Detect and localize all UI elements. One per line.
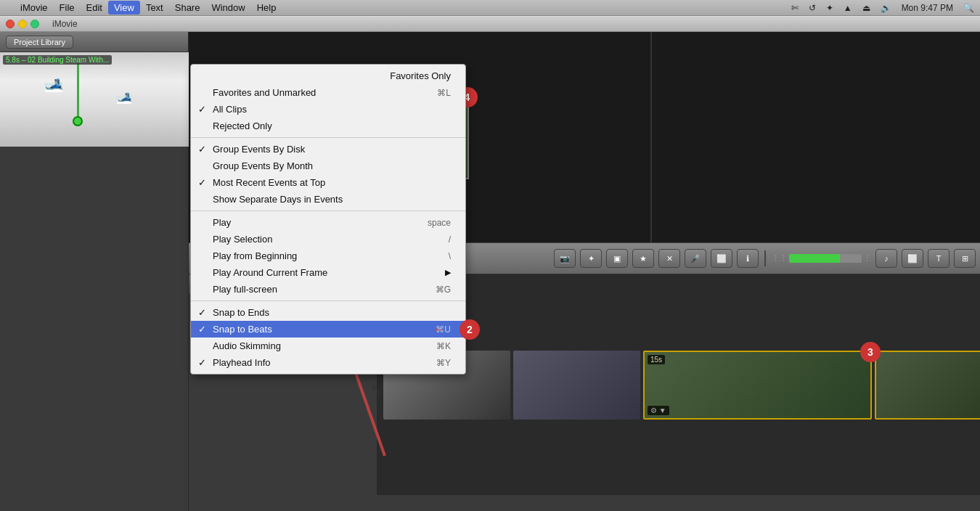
project-library-bar: Project Library: [0, 32, 188, 52]
title-btn[interactable]: T: [928, 249, 950, 268]
menu-item-play-fullscreen[interactable]: Play full-screen ⌘G: [191, 281, 465, 298]
wifi-icon: ▲: [844, 3, 852, 13]
menu-item-audio-skimming[interactable]: Audio Skimming ⌘K: [191, 338, 465, 354]
mic-btn[interactable]: 🎤: [685, 249, 706, 268]
menu-item-playhead-info[interactable]: ✓ Playhead Info ⌘Y: [191, 354, 465, 371]
menu-item-separate-days[interactable]: Show Separate Days in Events: [191, 191, 465, 208]
camera-icon-btn[interactable]: 📷: [554, 249, 576, 268]
audio-skimming-label: Audio Skimming: [213, 340, 281, 351]
volume-icon: 🔊: [881, 3, 891, 13]
menubar-right: ✄ ↺ ✦ ▲ ⏏ 🔊 Mon 9:47 PM 🔍: [791, 3, 974, 13]
close-button[interactable]: [6, 20, 15, 28]
minimize-button[interactable]: [18, 20, 27, 28]
menubar-window[interactable]: Window: [205, 1, 250, 15]
audio-bar: [789, 254, 862, 263]
menubar-share[interactable]: Share: [169, 1, 206, 15]
scissors-icon: ✄: [791, 3, 799, 13]
snap-beats-label: Snap to Beats: [213, 324, 272, 335]
play-selection-label: Play Selection: [213, 234, 272, 245]
audio-end-icon: ⋮: [863, 254, 871, 263]
view-dropdown-menu: Favorites Only Favorites and Unmarked ⌘L…: [190, 64, 466, 375]
play-beginning-shortcut: \: [420, 251, 451, 261]
menu-item-snap-ends[interactable]: ✓ Snap to Ends: [191, 304, 465, 321]
separate-days-label: Show Separate Days in Events: [213, 194, 343, 205]
preview-right: [652, 32, 980, 242]
magic-wand-btn[interactable]: ✦: [580, 249, 602, 268]
film-thumb-4[interactable]: [875, 351, 980, 420]
favorites-only-label: Favorites Only: [390, 70, 451, 81]
submenu-arrow-icon: ▶: [445, 268, 451, 277]
menu-item-snap-beats[interactable]: ✓ Snap to Beats ⌘U 2 ←: [191, 321, 465, 338]
music-btn[interactable]: ♪: [875, 249, 897, 268]
play-around-label: Play Around Current Frame: [213, 267, 327, 278]
toolbar-divider-2: [764, 250, 766, 266]
menu-item-play-beginning[interactable]: Play from Beginning \: [191, 248, 465, 264]
menu-item-favorites-only[interactable]: Favorites Only: [191, 68, 465, 84]
film-gear-badge[interactable]: ⚙ ▼: [648, 406, 669, 415]
menu-item-most-recent[interactable]: ✓ Most Recent Events at Top: [191, 174, 465, 191]
menubar-edit[interactable]: Edit: [81, 1, 108, 15]
menubar-file[interactable]: File: [54, 1, 81, 15]
menubar-help[interactable]: Help: [251, 1, 282, 15]
view-dropdown-menu-overlay: Favorites Only Favorites and Unmarked ⌘L…: [190, 64, 466, 375]
play-fullscreen-shortcut: ⌘G: [407, 285, 451, 295]
star-btn[interactable]: ★: [632, 249, 654, 268]
menu-item-rejected-only[interactable]: Rejected Only: [191, 118, 465, 134]
play-fullscreen-label: Play full-screen: [213, 284, 277, 295]
cursor-pointer: ↖: [370, 380, 383, 398]
step-2-badge: 2: [460, 319, 480, 340]
play-shortcut: space: [399, 218, 451, 228]
project-library-button[interactable]: Project Library: [6, 36, 73, 49]
transition-btn[interactable]: ⊞: [954, 249, 976, 268]
snap-beats-checkmark: ✓: [198, 324, 206, 335]
skier-figure-2: 🎿: [116, 89, 132, 105]
menu-item-play-around[interactable]: Play Around Current Frame ▶: [191, 264, 465, 281]
snap-ends-checkmark: ✓: [198, 307, 206, 318]
maximize-button[interactable]: [30, 20, 39, 28]
playhead-info-label: Playhead Info: [213, 357, 271, 368]
film-thumb-3-selected[interactable]: 15s ⚙ ▼ 3: [643, 351, 872, 420]
play-beginning-label: Play from Beginning: [213, 250, 297, 261]
menu-item-group-by-month[interactable]: Group Events By Month: [191, 158, 465, 174]
menubar-imovie[interactable]: iMovie: [15, 1, 54, 15]
filmstrip-row: 15s ⚙ ▼ 3: [377, 274, 980, 495]
play-arrow-line: [77, 63, 79, 118]
skier-figure-1: 🎿: [44, 74, 63, 93]
audio-skimming-shortcut: ⌘K: [407, 341, 451, 351]
rejected-only-label: Rejected Only: [213, 120, 272, 131]
preview-right-content: [652, 32, 980, 242]
menu-item-group-by-disk[interactable]: ✓ Group Events By Disk: [191, 141, 465, 158]
menubar-view[interactable]: View: [108, 1, 140, 15]
menu-item-play-selection[interactable]: Play Selection /: [191, 231, 465, 248]
bluetooth-icon: ✦: [826, 3, 833, 13]
menu-item-all-clips[interactable]: ✓ All Clips: [191, 101, 465, 118]
group-disk-checkmark: ✓: [198, 144, 206, 155]
film-thumb-2[interactable]: [513, 351, 640, 420]
search-icon[interactable]: 🔍: [963, 3, 974, 13]
app-title: iMovie: [52, 19, 78, 29]
menubar: iMovie File Edit View Text Share Window …: [0, 0, 980, 16]
close-btn[interactable]: ✕: [658, 249, 680, 268]
most-recent-label: Most Recent Events at Top: [213, 177, 325, 188]
step2-arrow-icon: ←: [432, 322, 445, 337]
project-video-area: 🎿 🎿 5.8s – 02 Building Steam With...: [0, 52, 189, 147]
favorites-unmarked-label: Favorites and Unmarked: [213, 87, 316, 98]
menu-item-play[interactable]: Play space: [191, 214, 465, 231]
menubar-text[interactable]: Text: [140, 1, 169, 15]
snap-ends-label: Snap to Ends: [213, 307, 269, 318]
crop2-btn[interactable]: ⬜: [711, 249, 732, 268]
info-btn[interactable]: ℹ: [737, 249, 759, 268]
menu-item-favorites-unmarked[interactable]: Favorites and Unmarked ⌘L: [191, 84, 465, 101]
group-month-label: Group Events By Month: [213, 160, 313, 171]
window-controls: [6, 20, 39, 28]
play-label: Play: [213, 217, 231, 228]
crop-btn[interactable]: ▣: [606, 249, 628, 268]
playhead-checkmark: ✓: [198, 357, 206, 368]
group-disk-label: Group Events By Disk: [213, 144, 305, 155]
audio-meter: ⋮⋮ ⋮: [772, 254, 871, 263]
eject-icon: ⏏: [862, 3, 870, 13]
photos-btn[interactable]: ⬜: [902, 249, 923, 268]
most-recent-checkmark: ✓: [198, 177, 206, 188]
left-panel: Project Library 🎿 🎿 5.8s – 02 Building S…: [0, 32, 189, 511]
video-label: 5.8s – 02 Building Steam With...: [3, 55, 112, 65]
